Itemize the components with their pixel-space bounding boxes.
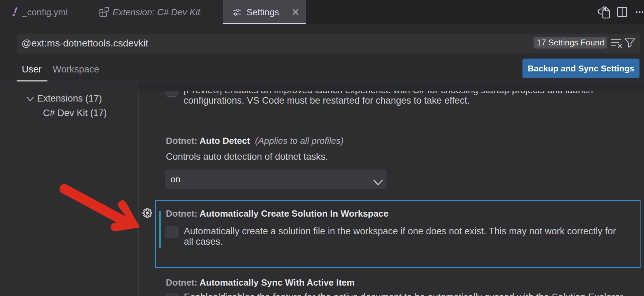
toc-item-extensions[interactable]: Extensions (17) [0,92,138,107]
settings-search-input[interactable]: @ext:ms-dotnettools.csdevkit 17 Settings… [17,34,640,53]
search-query-text: @ext:ms-dotnettools.csdevkit [21,38,148,49]
checkbox-preview-launch[interactable] [166,91,178,97]
more-actions-icon[interactable] [634,10,644,15]
scope-tab-user[interactable]: User [22,64,42,75]
unsaved-warning-icon [12,7,18,16]
setting-description: Automatically create a solution file in … [184,226,616,247]
settings-body: Extensions (17) C# Dev Kit (17) [Preview… [0,82,644,296]
modified-indicator-bar [159,211,161,248]
toc-item-csdevkit[interactable]: C# Dev Kit (17) [0,106,138,122]
close-tab-icon[interactable] [293,9,298,15]
tab-settings-active[interactable]: Settings [223,0,306,24]
setting-title-create-solution: Dotnet: Automatically Create Solution In… [166,208,388,219]
chevron-down-icon [373,179,383,186]
setting-description: Controls auto detection of dotnet tasks. [166,151,328,162]
filter-icon[interactable] [624,38,635,48]
chevron-down-icon[interactable] [26,96,34,102]
extension-icon [99,7,109,17]
scope-tab-workspace[interactable]: Workspace [53,64,99,75]
vscode-settings-window: _config.yml Extension: C# Dev Kit [0,0,644,296]
settings-sliders-icon [233,8,241,16]
list-top-band [138,82,644,91]
open-settings-json-icon[interactable] [598,6,610,19]
toc-label: Extensions (17) [37,93,102,104]
checkbox-create-solution[interactable] [166,226,178,238]
settings-list: [Preview] Enables an improved launch exp… [139,91,644,296]
header-divider [0,81,644,81]
tab-label: Settings [247,7,279,18]
active-scope-underline [17,80,47,81]
settings-found-badge: 17 Settings Found [534,37,607,49]
tab-extension-csdevkit[interactable]: Extension: C# Dev Kit [89,0,223,24]
settings-header: @ext:ms-dotnettools.csdevkit 17 Settings… [0,24,644,82]
auto-detect-dropdown[interactable]: on [165,169,386,189]
split-editor-icon[interactable] [617,7,627,17]
tab-config-yml[interactable]: _config.yml [0,0,89,24]
editor-tab-bar: _config.yml Extension: C# Dev Kit [0,0,644,24]
backup-sync-settings-button[interactable]: Backup and Sync Settings [522,59,639,78]
tab-label: _config.yml [22,8,68,17]
setting-description: [Preview] Enables an improved launch exp… [184,91,593,106]
dropdown-value: on [170,174,180,185]
toc-label: C# Dev Kit (17) [43,108,107,119]
setting-description: Enables/disables the feature for the act… [184,292,625,296]
clear-filters-icon[interactable] [610,38,622,49]
setting-title-auto-detect: Dotnet: Auto Detect (Applies to all prof… [166,136,343,146]
setting-title-sync-active: Dotnet: Automatically Sync With Active I… [166,277,355,288]
tab-label: Extension: C# Dev Kit [113,7,200,18]
checkbox-sync-active[interactable] [166,293,178,296]
gear-icon[interactable] [142,208,153,218]
